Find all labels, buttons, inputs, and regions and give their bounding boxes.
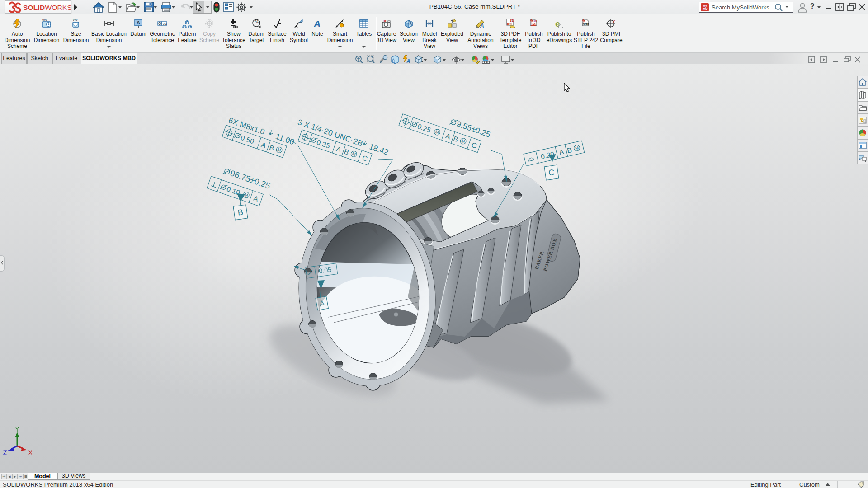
svg-text:3D: 3D (510, 19, 514, 22)
svg-text:A: A (406, 58, 410, 65)
svg-text:A: A (137, 20, 140, 25)
svg-text:A1: A1 (255, 20, 259, 23)
svg-text:?: ? (613, 19, 615, 23)
svg-text:e: e (555, 19, 560, 28)
svg-text:SOLIDWORKS: SOLIDWORKS (23, 4, 71, 11)
svg-text:PDF: PDF (508, 23, 513, 25)
svg-text:STEP: STEP (583, 23, 590, 26)
svg-text:xxx: xxx (42, 19, 47, 22)
svg-text:A: A (480, 23, 484, 28)
svg-text:PDF: PDF (531, 23, 537, 26)
svg-text:A: A (313, 19, 321, 28)
svg-text:3D: 3D (533, 19, 537, 23)
svg-text:0.3: 0.3 (163, 22, 167, 25)
svg-text:C: C (548, 168, 555, 178)
svg-text:xxx: xxx (73, 19, 78, 22)
